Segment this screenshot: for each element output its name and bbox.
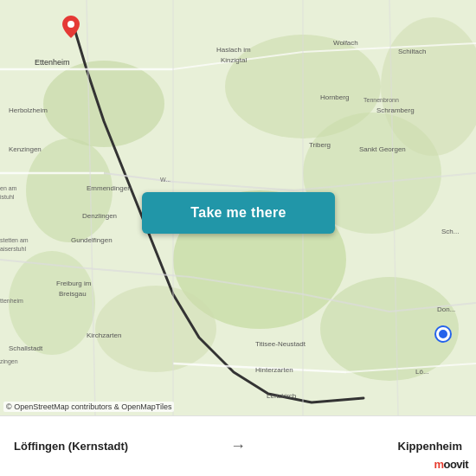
svg-text:zingen: zingen: [0, 358, 18, 365]
svg-text:istuhl: istuhl: [0, 194, 15, 200]
origin-label: Löffingen (Kernstadt): [14, 440, 222, 453]
svg-text:Kirchzarten: Kirchzarten: [87, 331, 121, 339]
svg-text:Hornberg: Hornberg: [320, 93, 349, 101]
svg-text:Lö...: Lö...: [415, 368, 429, 376]
svg-text:en am: en am: [0, 185, 17, 191]
svg-text:Freiburg im: Freiburg im: [56, 280, 92, 287]
take-me-there-button[interactable]: Take me there: [142, 192, 335, 234]
svg-text:Don...: Don...: [437, 306, 455, 313]
svg-text:Ettenheim: Ettenheim: [35, 58, 70, 67]
destination-label: Kippenheim: [254, 440, 462, 453]
svg-text:Emmendingen: Emmendingen: [87, 184, 132, 192]
svg-text:Schallstadt: Schallstadt: [9, 344, 43, 352]
svg-text:Hinterzarten: Hinterzarten: [255, 366, 293, 374]
svg-point-6: [95, 286, 216, 372]
svg-text:Schramberg: Schramberg: [376, 106, 415, 114]
arrow-icon: →: [230, 437, 246, 455]
origin-marker: [62, 16, 80, 38]
svg-text:Haslach im: Haslach im: [216, 46, 251, 54]
svg-text:Titisee-Neustadt: Titisee-Neustadt: [255, 340, 306, 348]
svg-text:aiserstuhl: aiserstuhl: [0, 246, 26, 252]
svg-text:Denzlingen: Denzlingen: [82, 212, 117, 220]
svg-text:Herbolzheim: Herbolzheim: [9, 106, 48, 114]
svg-text:ttenheim: ttenheim: [0, 298, 23, 304]
svg-text:Kenzingen: Kenzingen: [9, 145, 42, 153]
svg-text:Wolfach: Wolfach: [333, 39, 358, 47]
svg-text:Schiltach: Schiltach: [398, 48, 426, 55]
svg-text:Triberg: Triberg: [309, 141, 331, 149]
svg-text:W...: W...: [160, 177, 170, 183]
svg-text:Tennenbronn: Tennenbronn: [363, 97, 399, 103]
map-attribution: © OpenStreetMap contributors & OpenMapTi…: [3, 402, 174, 412]
svg-text:Breisgau: Breisgau: [59, 290, 87, 298]
svg-point-1: [43, 61, 164, 147]
svg-point-61: [68, 21, 74, 28]
svg-text:Gundelfingen: Gundelfingen: [71, 236, 113, 244]
svg-text:stetten am: stetten am: [0, 237, 29, 243]
svg-text:Kinzigtal: Kinzigtal: [221, 56, 247, 64]
bottom-bar: Löffingen (Kernstadt) → Kippenheim moovi…: [0, 415, 476, 476]
map-container: Ettenheim Herbolzheim Kenzingen Emmendin…: [0, 0, 476, 415]
moovit-logo: moovit: [429, 456, 473, 473]
svg-text:Sankt Georgen: Sankt Georgen: [359, 145, 406, 153]
destination-marker: [436, 327, 450, 341]
svg-text:Sch...: Sch...: [441, 228, 459, 235]
svg-text:Lenzkirch: Lenzkirch: [267, 392, 296, 400]
